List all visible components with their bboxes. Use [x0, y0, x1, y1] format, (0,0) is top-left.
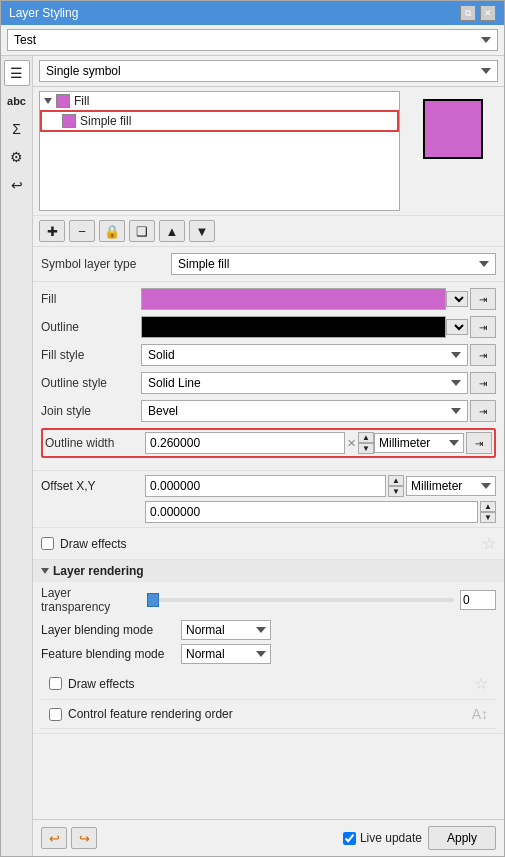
- symbol-layer-type-dropdown[interactable]: Simple fill: [171, 253, 496, 275]
- layer-rendering-title: Layer rendering: [53, 564, 144, 578]
- fill-row-label: Fill: [41, 292, 141, 306]
- duplicate-layer-button[interactable]: ❑: [129, 220, 155, 242]
- offset-y-down[interactable]: ▼: [480, 512, 496, 523]
- offset-x-row: ▲ ▼ Millimeter: [145, 475, 496, 497]
- fill-style-dropdown[interactable]: Solid: [141, 344, 468, 366]
- transparency-slider[interactable]: [147, 598, 454, 602]
- join-style-export-button[interactable]: ⇥: [470, 400, 496, 422]
- preview-box: [423, 99, 483, 159]
- outline-style-dropdown[interactable]: Solid Line: [141, 372, 468, 394]
- fill-row: Fill ▼ ⇥: [41, 288, 496, 310]
- remove-layer-button[interactable]: −: [69, 220, 95, 242]
- move-down-button[interactable]: ▼: [189, 220, 215, 242]
- offset-y-input[interactable]: [145, 501, 478, 523]
- sidebar-icon-diagrams[interactable]: Σ: [4, 116, 30, 142]
- spacer: [33, 734, 504, 819]
- offset-x-spinner: ▲ ▼: [388, 475, 404, 497]
- symbol-layer-type-label: Symbol layer type: [41, 257, 171, 271]
- sidebar-icon-labels[interactable]: abc: [4, 88, 30, 114]
- close-button[interactable]: ✕: [480, 5, 496, 21]
- live-update-label: Live update: [360, 831, 422, 845]
- join-style-dropdown[interactable]: Bevel: [141, 400, 468, 422]
- draw-effects-checkbox[interactable]: [41, 537, 54, 550]
- fill-color-bar[interactable]: [141, 288, 446, 310]
- redo-button[interactable]: ↪: [71, 827, 97, 849]
- sidebar-icon-rendering[interactable]: ⚙: [4, 144, 30, 170]
- outline-width-clear[interactable]: ✕: [345, 437, 358, 450]
- properties-section: Fill ▼ ⇥ Outline ▼ ⇥: [33, 282, 504, 471]
- outline-width-row: Outline width 0.260000 ✕ ▲ ▼ Millimeter …: [41, 428, 496, 458]
- transparency-label: Layer transparency: [41, 586, 141, 614]
- left-sidebar: ☰ abc Σ ⚙ ↩: [1, 56, 33, 856]
- layer-tree: Fill Simple fill: [39, 91, 400, 211]
- layer-blending-dropdown[interactable]: Normal: [181, 620, 271, 640]
- preview-area: [408, 91, 498, 211]
- outline-row-label: Outline: [41, 320, 141, 334]
- move-up-button[interactable]: ▲: [159, 220, 185, 242]
- transparency-value[interactable]: [460, 590, 496, 610]
- lock-layer-button[interactable]: 🔒: [99, 220, 125, 242]
- symbol-type-bar: Single symbol: [33, 56, 504, 87]
- control-rendering-row: Control feature rendering order A↕: [41, 700, 496, 729]
- offset-label: Offset X,Y: [41, 475, 141, 493]
- outline-row: Outline ▼ ⇥: [41, 316, 496, 338]
- layer-rendering-section: Layer transparency Layer blending mode N…: [33, 582, 504, 734]
- outline-color-dropdown[interactable]: ▼: [446, 319, 468, 335]
- layer-rendering-header: Layer rendering: [33, 560, 504, 582]
- control-rendering-icon: A↕: [472, 706, 488, 722]
- outline-style-export-button[interactable]: ⇥: [470, 372, 496, 394]
- offset-x-input[interactable]: [145, 475, 386, 497]
- control-rendering-label: Control feature rendering order: [68, 707, 233, 721]
- symbol-layer-type-row: Symbol layer type Simple fill: [33, 247, 504, 282]
- offset-inputs: ▲ ▼ Millimeter ▲ ▼: [145, 475, 496, 523]
- draw-effects-2-checkbox[interactable]: [49, 677, 62, 690]
- tree-item-fill[interactable]: Fill: [40, 92, 399, 110]
- draw-effects-star-icon: ☆: [482, 534, 496, 553]
- layer-name-dropdown[interactable]: Test: [7, 29, 498, 51]
- float-button[interactable]: ⧉: [460, 5, 476, 21]
- feature-blending-label: Feature blending mode: [41, 647, 181, 661]
- chevron-down-icon: [44, 98, 52, 104]
- undo-button[interactable]: ↩: [41, 827, 67, 849]
- outline-width-unit[interactable]: Millimeter: [374, 433, 464, 453]
- control-rendering-checkbox[interactable]: [49, 708, 62, 721]
- outline-width-label: Outline width: [45, 436, 145, 450]
- transparency-row: Layer transparency: [41, 586, 496, 614]
- simple-fill-label: Simple fill: [80, 114, 131, 128]
- sidebar-icon-layers[interactable]: ☰: [4, 60, 30, 86]
- outline-width-input[interactable]: 0.260000: [145, 432, 345, 454]
- add-layer-button[interactable]: ✚: [39, 220, 65, 242]
- tree-item-simple-fill[interactable]: Simple fill: [40, 110, 399, 132]
- outline-width-up[interactable]: ▲: [358, 432, 374, 443]
- draw-effects-row: Draw effects ☆: [33, 528, 504, 560]
- draw-effects-2-label: Draw effects: [68, 677, 134, 691]
- live-update-checkbox[interactable]: [343, 832, 356, 845]
- offset-x-up[interactable]: ▲: [388, 475, 404, 486]
- join-style-label: Join style: [41, 404, 141, 418]
- live-update-row: Live update: [343, 831, 422, 845]
- symbol-type-dropdown[interactable]: Single symbol: [39, 60, 498, 82]
- feature-blending-dropdown[interactable]: Normal: [181, 644, 271, 664]
- fill-export-button[interactable]: ⇥: [470, 288, 496, 310]
- offset-y-up[interactable]: ▲: [480, 501, 496, 512]
- apply-button[interactable]: Apply: [428, 826, 496, 850]
- layer-styling-window: Layer Styling ⧉ ✕ Test ☰ abc Σ ⚙ ↩ Singl…: [0, 0, 505, 857]
- fill-color-dropdown[interactable]: ▼: [446, 291, 468, 307]
- draw-effects-row-2: Draw effects ☆: [41, 668, 496, 700]
- fill-color-swatch: [56, 94, 70, 108]
- offset-x-unit[interactable]: Millimeter: [406, 476, 496, 496]
- fill-style-export-button[interactable]: ⇥: [470, 344, 496, 366]
- title-bar: Layer Styling ⧉ ✕: [1, 1, 504, 25]
- bottom-left-controls: ↩ ↪: [41, 827, 97, 849]
- outline-color-bar[interactable]: [141, 316, 446, 338]
- layer-blending-label: Layer blending mode: [41, 623, 181, 637]
- sidebar-icon-history[interactable]: ↩: [4, 172, 30, 198]
- outline-width-down[interactable]: ▼: [358, 443, 374, 454]
- offset-y-row: ▲ ▼: [145, 501, 496, 523]
- outline-style-label: Outline style: [41, 376, 141, 390]
- outline-width-export-button[interactable]: ⇥: [466, 432, 492, 454]
- offset-x-down[interactable]: ▼: [388, 486, 404, 497]
- fill-style-label: Fill style: [41, 348, 141, 362]
- join-style-row: Join style Bevel ⇥: [41, 400, 496, 422]
- outline-export-button[interactable]: ⇥: [470, 316, 496, 338]
